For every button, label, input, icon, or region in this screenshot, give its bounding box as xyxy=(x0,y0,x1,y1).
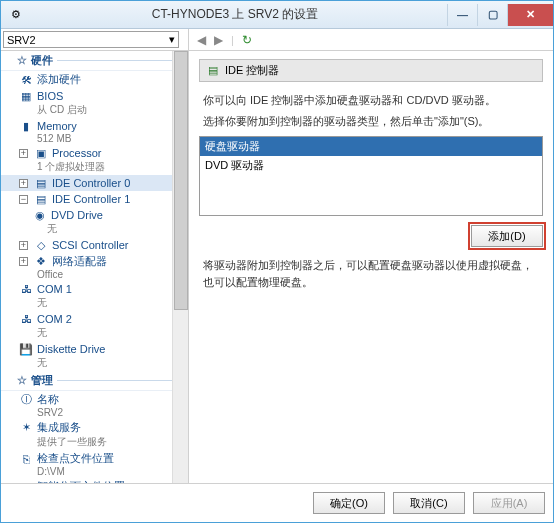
sidebar-item-integration[interactable]: ✶集成服务 提供了一些服务 xyxy=(1,419,188,450)
scsi-icon: ◇ xyxy=(34,238,48,252)
titlebar: ⚙ CT-HYNODE3 上 SRV2 的设置 — ▢ ✕ xyxy=(1,1,553,29)
nav-forward-icon[interactable]: ▶ xyxy=(214,33,223,47)
panel-note: 将驱动器附加到控制器之后，可以配置硬盘驱动器以使用虚拟硬盘，也可以配置物理硬盘。 xyxy=(203,257,539,291)
controller-icon: ▤ xyxy=(206,64,220,78)
sidebar-item-scsi[interactable]: +◇SCSI Controller xyxy=(1,237,188,253)
apply-button[interactable]: 应用(A) xyxy=(473,492,545,514)
sidebar-item-ide0[interactable]: +▤IDE Controller 0 xyxy=(1,175,188,191)
sidebar-item-dvd-drive[interactable]: ◉DVD Drive 无 xyxy=(1,207,188,237)
sidebar-item-diskette[interactable]: 💾Diskette Drive 无 xyxy=(1,341,188,371)
network-icon: ❖ xyxy=(34,255,48,269)
checkpoint-icon: ⎘ xyxy=(19,452,33,466)
controller-icon: ▤ xyxy=(34,192,48,206)
sidebar-item-bios[interactable]: ▦BIOS 从 CD 启动 xyxy=(1,88,188,118)
ok-button[interactable]: 确定(O) xyxy=(313,492,385,514)
panel-description-1: 你可以向 IDE 控制器中添加硬盘驱动器和 CD/DVD 驱动器。 xyxy=(203,92,539,109)
sidebar-item-smartpaging[interactable]: ▥智能分页文件位置 D:\VM xyxy=(1,478,188,483)
sidebar-scrollbar[interactable] xyxy=(172,51,188,483)
add-button[interactable]: 添加(D) xyxy=(471,225,543,247)
list-item-hdd[interactable]: 硬盘驱动器 xyxy=(200,137,542,156)
vm-selector-value: SRV2 xyxy=(7,34,36,46)
dialog-footer: 确定(O) 取消(C) 应用(A) xyxy=(1,483,553,522)
hardware-section-header: ☆硬件 xyxy=(1,51,188,71)
settings-icon: ⚙ xyxy=(9,8,23,22)
expand-icon[interactable]: + xyxy=(19,257,28,266)
list-item-dvd[interactable]: DVD 驱动器 xyxy=(200,156,542,175)
main-panel: ▤ IDE 控制器 你可以向 IDE 控制器中添加硬盘驱动器和 CD/DVD 驱… xyxy=(189,51,553,483)
processor-icon: ▣ xyxy=(34,146,48,160)
chevron-down-icon: ▾ xyxy=(169,33,175,46)
sidebar-item-com2[interactable]: 🖧COM 2 无 xyxy=(1,311,188,341)
toolbar: SRV2 ▾ ◀ ▶ | ↻ xyxy=(1,29,553,51)
drive-type-listbox[interactable]: 硬盘驱动器 DVD 驱动器 xyxy=(199,136,543,216)
sidebar-item-com1[interactable]: 🖧COM 1 无 xyxy=(1,281,188,311)
sidebar-item-checkpoint[interactable]: ⎘检查点文件位置 D:\VM xyxy=(1,450,188,478)
sidebar-item-processor[interactable]: +▣Processor 1 个虚拟处理器 xyxy=(1,145,188,175)
collapse-icon[interactable]: − xyxy=(19,195,28,204)
panel-description-2: 选择你要附加到控制器的驱动器类型，然后单击"添加"(S)。 xyxy=(203,113,539,130)
sidebar-item-network-adapter[interactable]: +❖网络适配器 Office xyxy=(1,253,188,281)
bios-icon: ▦ xyxy=(19,89,33,103)
expand-icon[interactable]: + xyxy=(19,149,28,158)
sidebar-item-add-hardware[interactable]: 🛠添加硬件 xyxy=(1,71,188,88)
controller-icon: ▤ xyxy=(34,176,48,190)
sidebar-item-name[interactable]: Ⓘ名称 SRV2 xyxy=(1,391,188,419)
window-title: CT-HYNODE3 上 SRV2 的设置 xyxy=(23,6,447,23)
integration-icon: ✶ xyxy=(19,421,33,435)
add-hardware-icon: 🛠 xyxy=(19,73,33,87)
memory-icon: ▮ xyxy=(19,119,33,133)
com-port-icon: 🖧 xyxy=(19,282,33,296)
sidebar-item-ide1[interactable]: −▤IDE Controller 1 xyxy=(1,191,188,207)
com-port-icon: 🖧 xyxy=(19,312,33,326)
paging-icon: ▥ xyxy=(19,480,33,484)
expand-icon[interactable]: + xyxy=(19,179,28,188)
management-section-header: ☆管理 xyxy=(1,371,188,391)
sidebar-item-memory[interactable]: ▮Memory 512 MB xyxy=(1,118,188,145)
panel-title: ▤ IDE 控制器 xyxy=(199,59,543,82)
expand-icon[interactable]: + xyxy=(19,241,28,250)
refresh-icon[interactable]: ↻ xyxy=(242,33,252,47)
name-icon: Ⓘ xyxy=(19,393,33,407)
close-button[interactable]: ✕ xyxy=(507,4,553,26)
vm-selector-dropdown[interactable]: SRV2 ▾ xyxy=(3,31,179,48)
diskette-icon: 💾 xyxy=(19,342,33,356)
sidebar: ☆硬件 🛠添加硬件 ▦BIOS 从 CD 启动 ▮Memory 512 MB +… xyxy=(1,51,189,483)
dvd-icon: ◉ xyxy=(33,208,47,222)
maximize-button[interactable]: ▢ xyxy=(477,4,507,26)
cancel-button[interactable]: 取消(C) xyxy=(393,492,465,514)
nav-back-icon[interactable]: ◀ xyxy=(197,33,206,47)
minimize-button[interactable]: — xyxy=(447,4,477,26)
